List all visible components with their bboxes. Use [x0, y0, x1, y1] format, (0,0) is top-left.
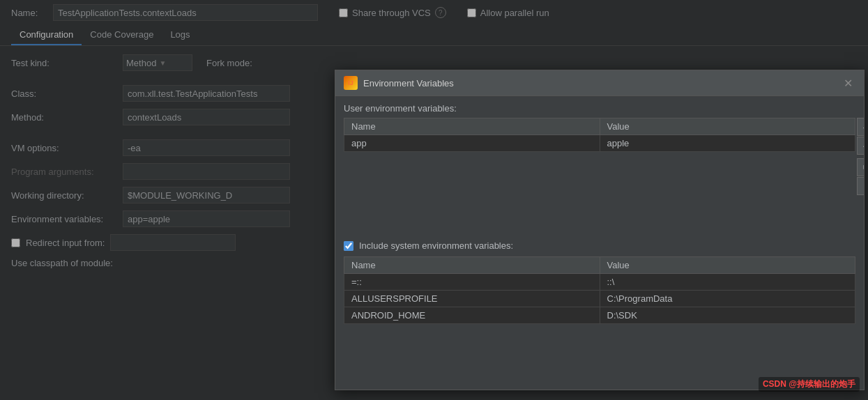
sys-var-value: D:\SDK [600, 307, 855, 324]
sys-vars-section: Name Value =::::\ALLUSERSPROFILEC:\Progr… [344, 256, 855, 383]
close-icon[interactable]: ✕ [841, 77, 855, 90]
sys-var-value: ::\ [600, 274, 855, 291]
user-vars-table: Name Value appapple [344, 118, 855, 152]
col-name-header: Name [344, 118, 600, 135]
user-var-name: app [344, 135, 600, 152]
user-var-row[interactable]: appapple [344, 135, 855, 152]
user-vars-table-wrapper: Name Value appapple + − [344, 118, 855, 229]
sys-vars-table: Name Value =::::\ALLUSERSPROFILEC:\Progr… [344, 256, 855, 324]
sys-var-row[interactable]: =::::\ [344, 274, 855, 291]
user-vars-actions: + − ⧉ ⎘ [857, 118, 864, 195]
dialog-title: Environment Variables [363, 78, 835, 89]
dialog-body: User environment variables: Name Value a… [335, 96, 864, 390]
sys-var-name: =:: [344, 274, 600, 291]
sys-var-name: ALLUSERSPROFILE [344, 291, 600, 307]
dialog-header: IJ Environment Variables ✕ [335, 70, 864, 96]
col-value-header: Value [600, 118, 855, 135]
sys-col-name-header: Name [344, 257, 600, 274]
env-vars-dialog: IJ Environment Variables ✕ User environm… [335, 70, 865, 390]
include-sys-row: Include system environment variables: [344, 240, 855, 251]
copy-var-button[interactable]: ⧉ [857, 158, 864, 176]
sys-col-value-header: Value [600, 257, 855, 274]
user-env-section: User environment variables: Name Value a… [344, 103, 855, 235]
include-sys-label[interactable]: Include system environment variables: [359, 240, 513, 251]
include-sys-checkbox[interactable] [344, 241, 353, 251]
sys-var-row[interactable]: ALLUSERSPROFILEC:\ProgramData [344, 291, 855, 307]
paste-icon: ⎘ [864, 182, 865, 190]
watermark: CSDN @持续输出的炮手 [759, 377, 860, 392]
copy-icon: ⧉ [863, 163, 864, 172]
dialog-app-icon: IJ [344, 76, 358, 90]
sys-var-row[interactable]: ANDROID_HOMED:\SDK [344, 307, 855, 324]
dialog-icon-text: IJ [348, 79, 353, 86]
add-var-button[interactable]: + [857, 118, 864, 136]
minus-icon: − [863, 140, 864, 152]
user-env-label: User environment variables: [344, 103, 855, 114]
sys-var-name: ANDROID_HOME [344, 307, 600, 324]
sys-var-value: C:\ProgramData [600, 291, 855, 307]
remove-var-button[interactable]: − [857, 137, 864, 155]
user-var-value: apple [600, 135, 855, 152]
plus-icon: + [863, 121, 864, 133]
paste-var-button[interactable]: ⎘ [857, 177, 864, 195]
